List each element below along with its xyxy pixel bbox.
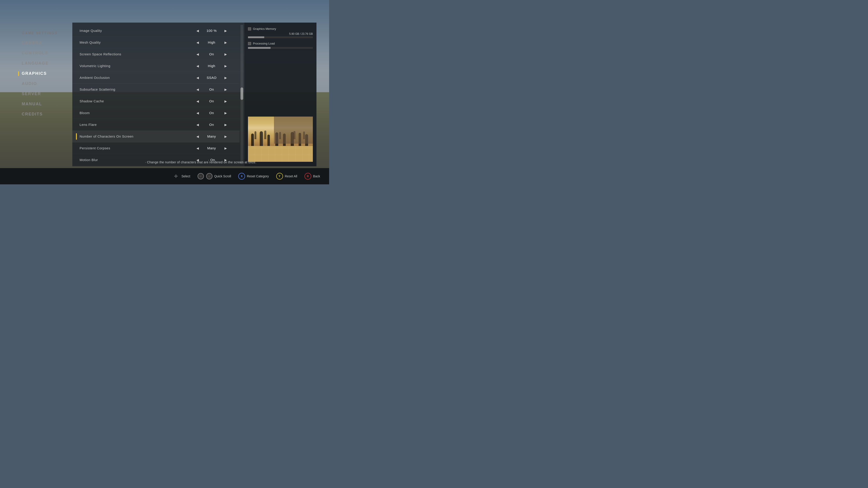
arrow-right[interactable]: ▶ bbox=[223, 135, 228, 138]
setting-row[interactable]: Mesh Quality◀High▶ bbox=[72, 37, 240, 48]
setting-control: ◀High▶ bbox=[189, 40, 234, 44]
back-label: Back bbox=[313, 174, 320, 178]
setting-value: On bbox=[203, 88, 221, 91]
processing-label: Processing Load bbox=[253, 42, 275, 45]
active-indicator bbox=[76, 133, 77, 140]
hint-text: · Change the number of characters that a… bbox=[72, 160, 329, 164]
setting-control: ◀On▶ bbox=[189, 52, 234, 56]
setting-row[interactable]: Shadow Cache◀On▶ bbox=[72, 95, 240, 107]
arrow-left[interactable]: ◀ bbox=[195, 53, 200, 56]
setting-control: ◀SSAO▶ bbox=[189, 76, 234, 79]
setting-row[interactable]: Lens Flare◀On▶ bbox=[72, 119, 240, 131]
setting-value: SSAO bbox=[203, 76, 221, 79]
sidebar-item-camera[interactable]: CAMERA bbox=[18, 39, 68, 47]
arrow-right[interactable]: ▶ bbox=[223, 53, 228, 56]
setting-control: ◀100 %▶ bbox=[189, 29, 234, 33]
setting-value: On bbox=[203, 52, 221, 56]
arrow-right[interactable]: ▶ bbox=[223, 88, 228, 91]
sidebar-item-language[interactable]: LANGUAGE bbox=[18, 59, 68, 68]
arrow-left[interactable]: ◀ bbox=[195, 41, 200, 44]
memory-used: 5.90 GB bbox=[289, 32, 299, 35]
arrow-right[interactable]: ▶ bbox=[223, 41, 228, 44]
sidebar-item-game-settings[interactable]: GAME SETTINGS bbox=[18, 29, 68, 37]
setting-row[interactable]: Volumetric Lighting◀High▶ bbox=[72, 60, 240, 72]
arrow-left[interactable]: ◀ bbox=[195, 88, 200, 91]
setting-row[interactable]: Bloom◀On▶ bbox=[72, 107, 240, 119]
sidebar-item-credits[interactable]: CREDITS bbox=[18, 110, 68, 119]
processing-bar-fill bbox=[248, 47, 271, 49]
setting-row[interactable]: Depth of Field◀On▶ bbox=[72, 166, 240, 166]
setting-value: On bbox=[203, 123, 221, 127]
back-hint: B Back bbox=[305, 173, 320, 180]
sidebar: GAME SETTINGS CAMERA CONTROLS LANGUAGE G… bbox=[18, 29, 68, 119]
setting-row[interactable]: Number of Characters On Screen◀Many▶ bbox=[72, 131, 240, 142]
crowd-figure bbox=[268, 135, 270, 146]
arrow-left[interactable]: ◀ bbox=[195, 76, 200, 79]
setting-row[interactable]: Motion Blur◀· On▶ bbox=[72, 154, 240, 166]
arrow-left[interactable]: ◀ bbox=[195, 135, 200, 138]
stick-icon-2: ◎ bbox=[206, 173, 213, 180]
arrow-left[interactable]: ◀ bbox=[195, 29, 200, 33]
setting-control: ◀On▶ bbox=[189, 99, 234, 103]
memory-values: 5.90 GB / 23.76 GB bbox=[248, 32, 313, 35]
setting-name: Number of Characters On Screen bbox=[78, 134, 189, 138]
setting-name: Screen Space Reflections bbox=[78, 52, 189, 56]
arrow-right[interactable]: ▶ bbox=[223, 76, 228, 79]
setting-row[interactable]: Ambient Occlusion◀SSAO▶ bbox=[72, 72, 240, 84]
arrow-left[interactable]: ◀ bbox=[195, 111, 200, 115]
arrow-right[interactable]: ▶ bbox=[223, 99, 228, 103]
setting-name: Volumetric Lighting bbox=[78, 64, 189, 68]
sidebar-item-audio[interactable]: AUDIO bbox=[18, 79, 68, 88]
arrow-right[interactable]: ▶ bbox=[223, 147, 228, 150]
setting-value: 100 % bbox=[203, 29, 221, 33]
setting-row[interactable]: Screen Space Reflections◀On▶ bbox=[72, 48, 240, 60]
setting-name: Ambient Occlusion bbox=[78, 76, 189, 79]
setting-row[interactable]: Image Quality◀100 %▶ bbox=[72, 25, 240, 37]
arrow-right[interactable]: ▶ bbox=[223, 111, 228, 115]
preview-area bbox=[248, 53, 313, 162]
bottom-bar: Select ◎ ◎ Quick Scroll X Reset Category… bbox=[0, 168, 329, 184]
arrow-left[interactable]: ◀ bbox=[195, 123, 200, 127]
processing-bar bbox=[248, 47, 313, 49]
arrow-left[interactable]: ◀ bbox=[195, 64, 200, 68]
sidebar-item-server[interactable]: SERVER bbox=[18, 90, 68, 98]
sidebar-item-manual[interactable]: MANUAL bbox=[18, 100, 68, 108]
crowd-figure bbox=[254, 131, 256, 139]
crowd-figure bbox=[251, 133, 254, 146]
sidebar-item-controls[interactable]: CONTROLS bbox=[18, 49, 68, 57]
arrow-right[interactable]: ▶ bbox=[223, 64, 228, 68]
settings-list: Image Quality◀100 %▶Mesh Quality◀High▶Sc… bbox=[72, 23, 240, 166]
setting-value: High bbox=[203, 64, 221, 68]
arrow-left[interactable]: ◀ bbox=[195, 147, 200, 150]
b-button[interactable]: B bbox=[305, 173, 311, 180]
x-button[interactable]: X bbox=[238, 173, 245, 180]
arrow-right[interactable]: ▶ bbox=[223, 123, 228, 127]
y-button[interactable]: Y bbox=[276, 173, 283, 180]
scrollbar-thumb[interactable] bbox=[241, 88, 243, 100]
processing-load-section: Processing Load bbox=[248, 42, 313, 49]
arrow-right[interactable]: ▶ bbox=[223, 29, 228, 33]
setting-row[interactable]: Persistent Corpses◀Many▶ bbox=[72, 142, 240, 154]
setting-name: Persistent Corpses bbox=[78, 146, 189, 150]
right-panel: Graphics Memory 5.90 GB / 23.76 GB Proce… bbox=[244, 23, 316, 166]
scrollbar-track[interactable] bbox=[241, 25, 243, 164]
quick-scroll-hint: ◎ ◎ Quick Scroll bbox=[197, 173, 231, 180]
preview-image bbox=[248, 117, 313, 162]
dpad-icon bbox=[173, 173, 180, 180]
arrow-left[interactable]: ◀ bbox=[195, 99, 200, 103]
setting-control: ◀High▶ bbox=[189, 64, 234, 68]
graphics-memory-label: Graphics Memory bbox=[253, 27, 276, 31]
setting-value: High bbox=[203, 40, 221, 44]
setting-name: Lens Flare bbox=[78, 123, 189, 127]
sidebar-item-graphics[interactable]: GRAPHICS bbox=[18, 69, 68, 78]
quick-scroll-label: Quick Scroll bbox=[214, 174, 231, 178]
crowd-figure bbox=[264, 131, 266, 139]
reset-all-label: Reset All bbox=[285, 174, 297, 178]
setting-row[interactable]: Subsurface Scattering◀On▶ bbox=[72, 84, 240, 95]
setting-value: On bbox=[203, 99, 221, 103]
select-label: Select bbox=[182, 174, 190, 178]
setting-name: Image Quality bbox=[78, 29, 189, 33]
reset-all-hint: Y Reset All bbox=[276, 173, 297, 180]
graphics-memory-section: Graphics Memory 5.90 GB / 23.76 GB bbox=[248, 27, 313, 38]
main-panel: Image Quality◀100 %▶Mesh Quality◀High▶Sc… bbox=[72, 23, 316, 166]
